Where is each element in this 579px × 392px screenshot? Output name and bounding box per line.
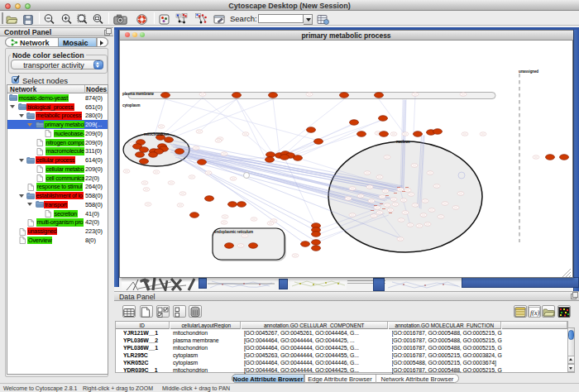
svg-text:cytoplasm: cytoplasm xyxy=(122,103,140,108)
svg-text:plasma membrane: plasma membrane xyxy=(122,92,155,96)
svg-text:mitochondrion: mitochondrion xyxy=(144,132,170,136)
svg-text:endoplasmic reticulum: endoplasmic reticulum xyxy=(214,230,253,234)
svg-text:f(x): f(x) xyxy=(530,309,539,317)
svg-text:nucleus: nucleus xyxy=(396,140,410,144)
svg-text:unassigned: unassigned xyxy=(519,69,538,74)
